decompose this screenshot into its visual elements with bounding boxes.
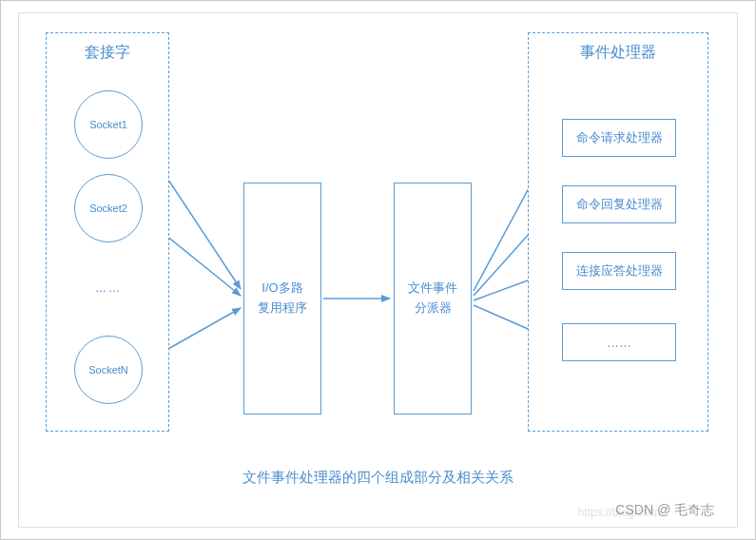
- socket-node: Socket1: [74, 90, 143, 159]
- watermark: CSDN @ 毛奇志: [615, 502, 714, 519]
- socket-node: SocketN: [74, 336, 143, 404]
- inner-frame: 套接字 Socket1 Socket2 …… SocketN I/O多路 复用程…: [18, 12, 738, 528]
- handler-ellipsis-box: ……: [562, 323, 676, 361]
- handlers-panel-title: 事件处理器: [529, 33, 708, 63]
- handler-box: 命令请求处理器: [562, 119, 676, 157]
- handlers-panel: 事件处理器 命令请求处理器 命令回复处理器 连接应答处理器 ……: [528, 32, 708, 432]
- handler-box: 命令回复处理器: [562, 185, 676, 223]
- socket-node: Socket2: [74, 174, 143, 242]
- io-multiplexer-box: I/O多路 复用程序: [243, 183, 321, 415]
- io-multiplexer-line2: 复用程序: [258, 299, 307, 318]
- diagram-caption: 文件事件处理器的四个组成部分及相关关系: [19, 469, 737, 487]
- dispatcher-line1: 文件事件: [408, 279, 457, 299]
- sockets-panel: 套接字 Socket1 Socket2 …… SocketN: [46, 32, 169, 432]
- handler-box: 连接应答处理器: [562, 252, 676, 290]
- io-multiplexer-line1: I/O多路: [262, 279, 302, 299]
- sockets-panel-title: 套接字: [47, 33, 168, 63]
- ellipsis-label: ……: [74, 269, 143, 307]
- dispatcher-box: 文件事件 分派器: [394, 183, 472, 415]
- outer-frame: 套接字 Socket1 Socket2 …… SocketN I/O多路 复用程…: [0, 0, 756, 540]
- dispatcher-line2: 分派器: [415, 299, 452, 318]
